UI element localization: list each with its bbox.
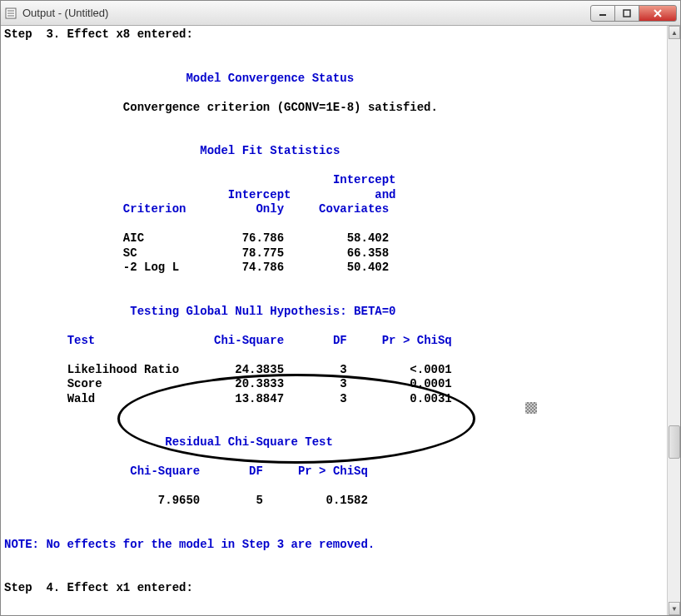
artifact-mark	[525, 402, 537, 414]
output-text-pane[interactable]: Step 3. Effect x8 entered: Model Converg…	[1, 26, 667, 615]
close-button[interactable]	[639, 5, 677, 22]
vertical-scrollbar[interactable]: ▲ ▼	[667, 26, 680, 615]
fit-row-aic: AIC 76.786 58.402	[4, 231, 389, 245]
global-row-wald: Wald 13.8847 3 0.0031	[4, 392, 452, 405]
maximize-button[interactable]	[614, 5, 639, 22]
scroll-thumb[interactable]	[669, 425, 680, 459]
window-title: Output - (Untitled)	[22, 7, 591, 19]
step4-line: Step 4. Effect x1 entered:	[4, 581, 193, 594]
global-row-score: Score 20.3833 3 0.0001	[4, 377, 452, 390]
fit-col-headers: Intercept Intercept and Criterion Only C…	[4, 173, 396, 216]
fit-header: Model Fit Statistics	[4, 144, 340, 157]
step3-line: Step 3. Effect x8 entered:	[4, 27, 193, 41]
note-line: NOTE: No effects for the model in Step 3…	[4, 538, 375, 551]
content-area: Step 3. Effect x8 entered: Model Converg…	[1, 26, 680, 615]
global-header: Testing Global Null Hypothesis: BETA=0	[4, 305, 396, 318]
residual-header: Residual Chi-Square Test	[4, 435, 333, 449]
fit-row-sc: SC 78.775 66.358	[4, 246, 389, 260]
fit-row-2logl: -2 Log L 74.786 50.402	[4, 261, 389, 274]
app-icon	[4, 7, 17, 20]
global-col-headers: Test Chi-Square DF Pr > ChiSq	[4, 334, 452, 347]
residual-row: 7.9650 5 0.1582	[4, 494, 368, 507]
residual-col-headers: Chi-Square DF Pr > ChiSq	[4, 464, 368, 478]
convergence-text: Convergence criterion (GCONV=1E-8) satis…	[123, 101, 438, 114]
window-controls	[591, 5, 677, 22]
convergence-header: Model Convergence Status	[4, 72, 354, 85]
minimize-button[interactable]	[590, 5, 615, 22]
scroll-up-button[interactable]: ▲	[669, 26, 680, 39]
global-row-lr: Likelihood Ratio 24.3835 3 <.0001	[4, 363, 452, 376]
output-window: Output - (Untitled) Step 3. Effect x8 en…	[0, 0, 681, 616]
svg-rect-5	[624, 10, 630, 17]
scroll-down-button[interactable]: ▼	[669, 602, 680, 615]
titlebar[interactable]: Output - (Untitled)	[1, 1, 680, 26]
